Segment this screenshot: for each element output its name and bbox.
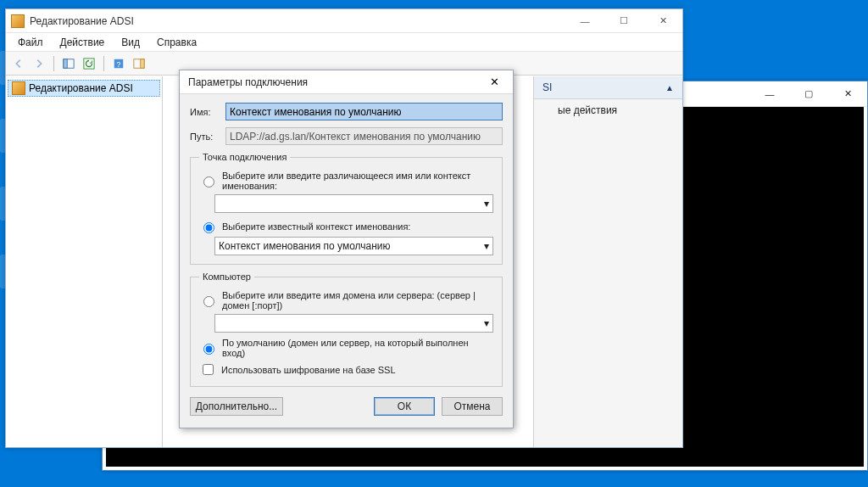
ok-button[interactable]: ОК [374, 397, 435, 416]
radio-known-context[interactable] [203, 222, 214, 233]
name-label: Имя: [190, 107, 225, 117]
computer-group: Компьютер Выберите или введите имя домен… [190, 271, 503, 387]
actions-header-text: SI [542, 81, 552, 93]
connection-point-legend: Точка подключения [199, 152, 290, 162]
refresh-button[interactable] [80, 54, 98, 73]
chevron-down-icon: ▾ [484, 240, 489, 252]
help-button[interactable]: ? [109, 54, 128, 73]
menu-file[interactable]: Файл [9, 35, 52, 50]
distinguished-name-combo[interactable]: ▾ [214, 194, 493, 213]
forward-button[interactable] [30, 54, 48, 73]
connection-settings-dialog: Параметры подключения ✕ Имя: Путь: Точка… [179, 70, 514, 428]
show-hide-console-tree-button[interactable] [59, 54, 78, 73]
toolbar-separator [53, 56, 54, 71]
bgwin-maximize-button[interactable]: ▢ [789, 81, 828, 106]
actions-pane: SI ▲ ые действия [534, 76, 682, 447]
advanced-button[interactable]: Дополнительно... [190, 397, 283, 416]
radio-known-context-label: Выберите известный контекст именования: [222, 221, 410, 232]
path-label: Путь: [190, 132, 225, 142]
cancel-button[interactable]: Отмена [442, 397, 503, 416]
radio-default-computer-label: По умолчанию (домен или сервер, на котор… [222, 338, 493, 358]
tree-root-adsi[interactable]: Редактирование ADSI [8, 80, 160, 97]
maximize-button[interactable]: ☐ [604, 9, 643, 32]
radio-domain-server[interactable] [203, 296, 214, 307]
radio-domain-server-label: Выберите или введите имя домена или серв… [222, 290, 493, 311]
known-context-value: Контекст именования по умолчанию [219, 240, 391, 252]
window-title: Редактирование ADSI [30, 15, 134, 27]
minimize-button[interactable]: — [565, 9, 604, 32]
menu-bar: Файл Действие Вид Справка [6, 33, 682, 52]
menu-help[interactable]: Справка [148, 35, 205, 50]
console-tree[interactable]: Редактирование ADSI [6, 76, 163, 447]
ssl-checkbox[interactable] [203, 364, 214, 375]
dialog-title: Параметры подключения [188, 76, 308, 88]
toolbar-separator [103, 56, 104, 71]
radio-distinguished-name-label: Выберите или введите различающееся имя и… [222, 171, 493, 191]
chevron-down-icon: ▾ [484, 317, 489, 329]
name-input[interactable] [225, 103, 503, 120]
collapse-icon: ▲ [665, 83, 674, 92]
close-button[interactable]: ✕ [643, 9, 682, 32]
menu-view[interactable]: Вид [113, 35, 148, 50]
connection-point-group: Точка подключения Выберите или введите р… [190, 152, 503, 265]
radio-default-computer[interactable] [203, 344, 214, 355]
computer-legend: Компьютер [199, 271, 254, 282]
domain-server-combo[interactable]: ▾ [214, 314, 493, 333]
more-actions-link[interactable]: ые действия [534, 99, 682, 121]
main-titlebar: Редактирование ADSI — ☐ ✕ [6, 9, 682, 33]
folder-icon [12, 81, 25, 95]
radio-distinguished-name[interactable] [203, 176, 214, 188]
app-icon [11, 14, 25, 28]
ssl-label: Использовать шифрование на базе SSL [221, 365, 396, 375]
path-input [225, 127, 503, 145]
bgwin-close-button[interactable]: ✕ [828, 81, 867, 106]
tree-root-label: Редактирование ADSI [29, 82, 133, 94]
menu-action[interactable]: Действие [52, 35, 114, 50]
back-button[interactable] [9, 54, 28, 73]
actions-header[interactable]: SI ▲ [534, 76, 682, 99]
dialog-close-button[interactable]: ✕ [477, 70, 511, 93]
dialog-titlebar: Параметры подключения ✕ [180, 70, 513, 94]
svg-rect-1 [64, 59, 67, 68]
show-hide-action-pane-button[interactable] [130, 54, 148, 73]
svg-rect-2 [84, 58, 94, 68]
svg-text:?: ? [117, 59, 121, 68]
known-context-combo[interactable]: Контекст именования по умолчанию ▾ [214, 237, 493, 255]
bgwin-minimize-button[interactable]: — [750, 81, 789, 106]
svg-rect-6 [141, 59, 144, 68]
chevron-down-icon: ▾ [484, 198, 489, 210]
